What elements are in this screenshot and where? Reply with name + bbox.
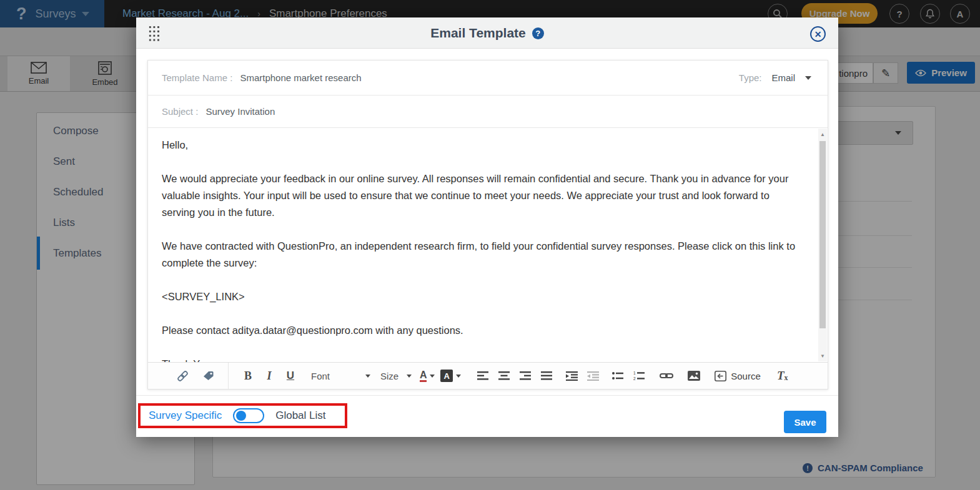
- text-color-button[interactable]: A: [419, 366, 435, 385]
- body-paragraph: Thank You: [162, 356, 799, 363]
- svg-text:2: 2: [633, 376, 636, 381]
- subject-label: Subject :: [162, 106, 198, 117]
- scrollbar-thumb[interactable]: [819, 141, 826, 328]
- align-center-icon: [498, 371, 510, 380]
- template-name-row: Template Name : Smartphone market resear…: [148, 61, 828, 96]
- chain-link-icon: [177, 370, 189, 382]
- font-select-label: Font: [311, 371, 330, 381]
- indent-increase-icon: [566, 371, 578, 381]
- indent-decrease-icon: [587, 371, 599, 381]
- email-template-modal: Email Template ? ✕ Template Name : Smart…: [136, 17, 838, 437]
- bullet-list-button[interactable]: [610, 366, 626, 385]
- type-select[interactable]: Type: Email: [739, 72, 811, 83]
- editor-toolbar: B I U Font Size A A: [148, 363, 828, 389]
- body-paragraph: Hello,: [162, 137, 799, 154]
- remove-format-button[interactable]: T x: [775, 366, 791, 385]
- numbered-list-icon: 1 2: [633, 371, 645, 381]
- merge-tag-button[interactable]: [200, 366, 217, 385]
- align-left-button[interactable]: [475, 366, 491, 385]
- template-name-label: Template Name :: [162, 72, 232, 83]
- bold-button[interactable]: B: [240, 366, 256, 385]
- remove-format-x: x: [784, 373, 788, 383]
- type-label: Type:: [739, 72, 762, 83]
- subject-row: Subject : Survey Invitation: [148, 96, 828, 128]
- chevron-down-icon: [430, 375, 435, 378]
- chevron-down-icon: [407, 375, 412, 378]
- align-left-icon: [477, 371, 488, 380]
- align-center-button[interactable]: [496, 366, 512, 385]
- indent-increase-button[interactable]: [563, 366, 580, 385]
- chevron-down-icon: [805, 76, 811, 80]
- font-select[interactable]: Font: [311, 371, 370, 381]
- svg-text:1: 1: [633, 371, 636, 375]
- insert-link-button[interactable]: [658, 366, 675, 385]
- template-card: Template Name : Smartphone market resear…: [147, 60, 828, 390]
- type-value: Email: [771, 72, 795, 83]
- editor-scrollbar[interactable]: ▲ ▼: [818, 129, 827, 361]
- underline-button[interactable]: U: [282, 366, 299, 385]
- indent-decrease-button[interactable]: [585, 366, 601, 385]
- email-body-text: Hello, We would appreciate your feedback…: [148, 128, 818, 363]
- align-right-icon: [520, 371, 531, 380]
- align-right-button[interactable]: [517, 366, 533, 385]
- bullet-list-icon: [612, 371, 623, 380]
- help-icon[interactable]: ?: [532, 27, 544, 39]
- remove-format-t: T: [777, 369, 784, 383]
- list-scope-highlight-box: Survey Specific Global List: [138, 403, 347, 428]
- justify-icon: [541, 371, 552, 380]
- image-icon: [688, 371, 700, 381]
- close-button[interactable]: ✕: [810, 26, 826, 42]
- source-label: Source: [731, 371, 761, 381]
- questionpro-app: ? Surveys Market Research - Aug 2... › S…: [0, 0, 980, 490]
- body-paragraph: <SURVEY_LINK>: [162, 288, 799, 305]
- modal-title: Email Template: [430, 26, 526, 41]
- italic-button[interactable]: I: [261, 366, 277, 385]
- body-paragraph: Please contact aditya.datar@questionpro.…: [162, 322, 799, 339]
- toggle-knob: [236, 411, 246, 421]
- toolbar-divider: [228, 363, 229, 389]
- background-color-letter: A: [440, 370, 453, 382]
- modal-footer: Survey Specific Global List Save: [136, 395, 838, 437]
- scroll-up-icon[interactable]: ▲: [818, 130, 827, 139]
- body-paragraph: We have contracted with QuestionPro, an …: [162, 238, 799, 272]
- save-button[interactable]: Save: [784, 411, 826, 433]
- subject-input[interactable]: Survey Invitation: [205, 106, 275, 117]
- modal-header: Email Template ? ✕: [136, 17, 838, 49]
- link-icon: [660, 372, 673, 380]
- size-select-label: Size: [380, 371, 398, 381]
- body-paragraph: We would appreciate your feedback in our…: [162, 170, 799, 221]
- email-body-editor[interactable]: Hello, We would appreciate your feedback…: [148, 128, 828, 363]
- chevron-down-icon: [365, 375, 370, 378]
- source-button[interactable]: Source: [715, 366, 761, 385]
- tag-icon: [202, 370, 215, 381]
- size-select[interactable]: Size: [380, 371, 412, 381]
- template-name-input[interactable]: Smartphone market research: [240, 72, 361, 83]
- numbered-list-button[interactable]: 1 2: [631, 366, 647, 385]
- background-color-button[interactable]: A: [440, 366, 461, 385]
- insert-image-button[interactable]: [686, 366, 702, 385]
- chevron-down-icon: [456, 375, 461, 378]
- close-icon: ✕: [814, 29, 822, 39]
- global-list-label[interactable]: Global List: [275, 409, 325, 422]
- source-code-icon: [715, 371, 726, 381]
- justify-button[interactable]: [538, 366, 555, 385]
- survey-specific-label[interactable]: Survey Specific: [149, 409, 222, 422]
- list-scope-toggle[interactable]: [233, 408, 264, 423]
- save-label: Save: [794, 417, 816, 428]
- scroll-down-icon[interactable]: ▼: [818, 351, 827, 360]
- insert-merge-link-button[interactable]: [174, 366, 191, 385]
- text-color-letter: A: [420, 370, 427, 382]
